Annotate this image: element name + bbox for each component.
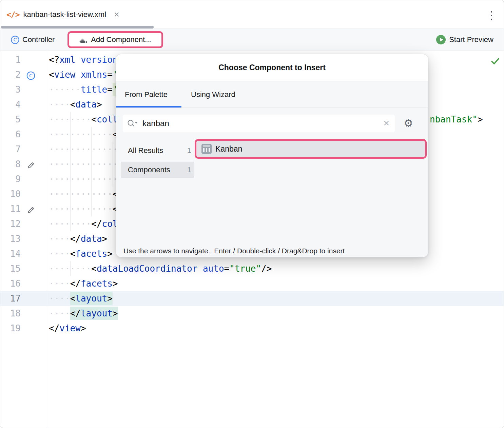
category-label: All Results xyxy=(128,143,163,158)
category-count: 1 xyxy=(187,143,191,158)
dialog-footer-hint: Use the arrows to navigate. Enter / Doub… xyxy=(123,246,345,256)
code-line[interactable]: 17····<layout> xyxy=(0,291,504,306)
dialog-title: Choose Component to Insert xyxy=(116,54,428,81)
controller-gutter-icon[interactable]: C xyxy=(26,70,36,79)
code-line[interactable]: 16····</facets> xyxy=(0,276,504,291)
file-tab[interactable]: </> kanban-task-list-view.xml × xyxy=(6,5,119,24)
code-line[interactable]: 19</view> xyxy=(0,321,504,336)
search-icon[interactable] xyxy=(127,119,138,128)
code-text: ············· xyxy=(49,172,118,187)
editor-tab-strip: </> kanban-task-list-view.xml × xyxy=(0,0,504,29)
line-number: 10 xyxy=(0,187,21,201)
line-number: 4 xyxy=(0,97,21,112)
category-label: Components xyxy=(128,162,170,178)
code-text: ············< xyxy=(49,187,118,201)
code-text: ······title=' xyxy=(49,82,119,97)
clear-search-icon[interactable]: × xyxy=(383,115,389,132)
code-text: ····</layout> xyxy=(49,306,118,321)
line-number: 13 xyxy=(0,231,21,246)
code-text: ····</data> xyxy=(49,231,107,246)
kanban-board-icon xyxy=(201,144,212,154)
category-all-results[interactable]: All Results 1 xyxy=(121,143,194,158)
add-component-button[interactable]: Add Component... xyxy=(67,31,163,48)
line-number: 3 xyxy=(0,82,21,97)
line-number: 7 xyxy=(0,142,21,157)
code-text: ········</col xyxy=(49,216,118,231)
start-preview-label: Start Preview xyxy=(449,35,493,44)
code-text-tail: nbanTask"> xyxy=(430,112,483,127)
svg-text:C: C xyxy=(29,73,33,78)
line-number: 19 xyxy=(0,321,21,336)
code-text: ············< xyxy=(49,201,118,216)
result-label: Kanban xyxy=(215,144,242,154)
tab-from-palette[interactable]: From Palette xyxy=(125,81,168,108)
category-count: 1 xyxy=(187,162,191,178)
palette-icon xyxy=(79,36,88,44)
edit-pencil-icon[interactable] xyxy=(26,204,36,214)
line-number: 1 xyxy=(0,52,21,67)
code-text: <?xml version xyxy=(49,52,118,67)
controller-button[interactable]: C Controller xyxy=(11,29,55,51)
line-number: 14 xyxy=(0,246,21,261)
line-number: 9 xyxy=(0,172,21,187)
file-tab-label: kanban-task-list-view.xml xyxy=(23,10,106,19)
line-number: 12 xyxy=(0,216,21,231)
code-text: </view> xyxy=(49,321,86,336)
gear-icon[interactable]: ⚙ xyxy=(404,115,413,132)
line-number: 5 xyxy=(0,112,21,127)
line-number: 15 xyxy=(0,261,21,276)
category-components[interactable]: Components 1 xyxy=(121,162,194,178)
code-text: ····<layout> xyxy=(49,291,113,306)
more-options-icon[interactable] xyxy=(490,10,493,21)
dialog-header: Choose Component to Insert xyxy=(116,54,428,81)
choose-component-dialog: Choose Component to Insert From Palette … xyxy=(116,54,428,257)
line-number: 8 xyxy=(0,157,21,172)
editor-toolbar: C Controller Add Component... Start Prev… xyxy=(0,29,504,51)
svg-text:C: C xyxy=(13,37,17,42)
code-text: ········<coll xyxy=(49,112,118,127)
xml-file-icon: </> xyxy=(6,10,20,19)
controller-c-icon: C xyxy=(11,35,20,44)
code-text: <view xmlns=' xyxy=(49,67,118,82)
close-tab-icon[interactable]: × xyxy=(114,11,119,18)
line-number: 18 xyxy=(0,306,21,321)
component-search-input[interactable]: kanban × xyxy=(123,115,395,132)
controller-label: Controller xyxy=(22,35,55,44)
code-line[interactable]: 18····</layout> xyxy=(0,306,504,321)
edit-pencil-icon[interactable] xyxy=(26,159,36,169)
code-text: ············· xyxy=(49,157,118,172)
code-text: ········<dataLoadCoordinator auto="true"… xyxy=(49,261,272,276)
code-text: ····</facets> xyxy=(49,276,118,291)
line-number: 11 xyxy=(0,201,21,216)
line-number: 17 xyxy=(0,291,21,306)
code-text: ············· xyxy=(49,142,118,157)
code-text: ············< xyxy=(49,127,118,142)
tab-using-wizard[interactable]: Using Wizard xyxy=(191,81,235,108)
play-icon xyxy=(436,35,446,44)
code-line[interactable]: 15········<dataLoadCoordinator auto="tru… xyxy=(0,261,504,276)
inspection-ok-checkmark-icon[interactable] xyxy=(490,56,500,66)
start-preview-button[interactable]: Start Preview xyxy=(436,29,493,51)
line-number: 16 xyxy=(0,276,21,291)
search-value: kanban xyxy=(142,115,169,132)
add-component-label: Add Component... xyxy=(91,35,151,44)
tab-separator xyxy=(116,108,428,108)
code-text: ····<data> xyxy=(49,97,102,112)
line-number: 2 xyxy=(0,67,21,82)
code-text: ····<facets> xyxy=(49,246,113,261)
active-tab-indicator xyxy=(1,26,154,28)
line-number: 6 xyxy=(0,127,21,142)
ide-window: </> kanban-task-list-view.xml × C Contro… xyxy=(0,0,504,428)
result-item-kanban[interactable]: Kanban xyxy=(195,139,427,159)
